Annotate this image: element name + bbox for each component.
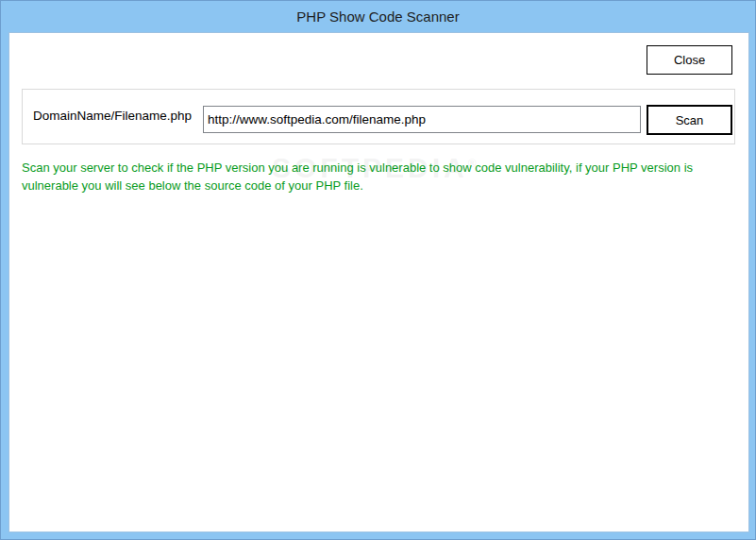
url-input[interactable] bbox=[203, 106, 641, 133]
window-title: PHP Show Code Scanner bbox=[296, 8, 459, 25]
main-content: Close DomainName/Filename.php Scan SOFTP… bbox=[8, 32, 749, 532]
titlebar[interactable]: PHP Show Code Scanner bbox=[1, 1, 755, 32]
scan-button[interactable]: Scan bbox=[647, 105, 732, 135]
url-field-label: DomainName/Filename.php bbox=[33, 109, 192, 123]
scan-groupbox: DomainName/Filename.php Scan bbox=[22, 89, 735, 144]
app-window: PHP Show Code Scanner Close DomainName/F… bbox=[0, 0, 756, 540]
close-button[interactable]: Close bbox=[647, 45, 732, 75]
description-text: Scan your server to check if the PHP ver… bbox=[22, 159, 733, 194]
